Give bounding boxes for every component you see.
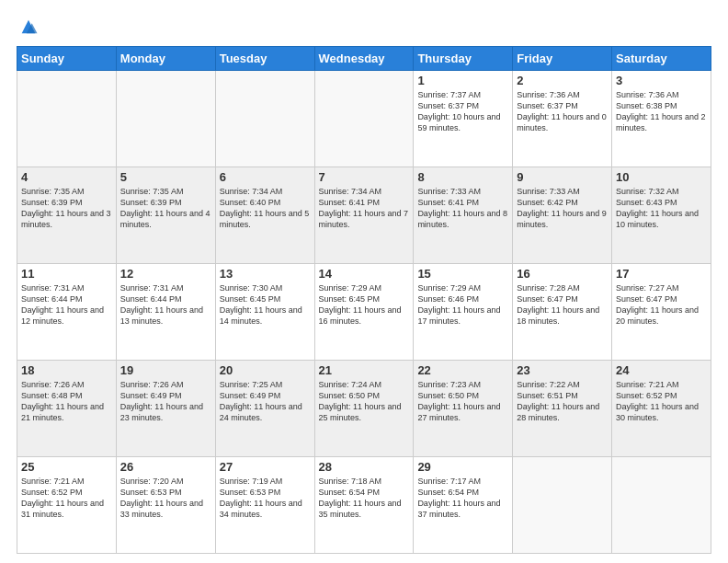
calendar-cell: 11Sunrise: 7:31 AM Sunset: 6:44 PM Dayli… xyxy=(17,264,117,361)
calendar-cell: 29Sunrise: 7:17 AM Sunset: 6:54 PM Dayli… xyxy=(414,457,513,554)
week-row: 25Sunrise: 7:21 AM Sunset: 6:52 PM Dayli… xyxy=(17,457,711,554)
day-number: 3 xyxy=(616,74,707,87)
day-number: 20 xyxy=(220,363,311,377)
day-info: Sunrise: 7:29 AM Sunset: 6:46 PM Dayligh… xyxy=(417,282,508,327)
day-number: 18 xyxy=(21,363,112,377)
day-number: 16 xyxy=(517,267,608,281)
day-info: Sunrise: 7:36 AM Sunset: 6:37 PM Dayligh… xyxy=(517,89,608,134)
header xyxy=(17,17,711,37)
calendar-cell: 23Sunrise: 7:22 AM Sunset: 6:51 PM Dayli… xyxy=(513,361,612,457)
day-number: 19 xyxy=(120,363,211,377)
day-number: 8 xyxy=(417,170,508,184)
page: SundayMondayTuesdayWednesdayThursdayFrid… xyxy=(0,0,728,563)
day-info: Sunrise: 7:31 AM Sunset: 6:44 PM Dayligh… xyxy=(21,282,112,327)
calendar-cell: 18Sunrise: 7:26 AM Sunset: 6:48 PM Dayli… xyxy=(17,361,117,457)
day-info: Sunrise: 7:30 AM Sunset: 6:45 PM Dayligh… xyxy=(220,282,311,327)
day-info: Sunrise: 7:27 AM Sunset: 6:47 PM Dayligh… xyxy=(616,282,707,327)
day-info: Sunrise: 7:24 AM Sunset: 6:50 PM Dayligh… xyxy=(319,379,410,424)
day-info: Sunrise: 7:17 AM Sunset: 6:54 PM Dayligh… xyxy=(417,476,508,521)
day-info: Sunrise: 7:28 AM Sunset: 6:47 PM Dayligh… xyxy=(517,282,608,327)
calendar-cell: 25Sunrise: 7:21 AM Sunset: 6:52 PM Dayli… xyxy=(17,457,117,554)
calendar-cell: 20Sunrise: 7:25 AM Sunset: 6:49 PM Dayli… xyxy=(215,361,314,457)
day-number: 2 xyxy=(517,74,608,87)
day-info: Sunrise: 7:29 AM Sunset: 6:45 PM Dayligh… xyxy=(319,282,410,327)
day-number: 11 xyxy=(21,267,112,281)
day-info: Sunrise: 7:31 AM Sunset: 6:44 PM Dayligh… xyxy=(120,282,211,327)
calendar-cell xyxy=(215,71,314,167)
day-info: Sunrise: 7:33 AM Sunset: 6:42 PM Dayligh… xyxy=(517,186,608,231)
day-number: 21 xyxy=(319,363,410,377)
header-row: SundayMondayTuesdayWednesdayThursdayFrid… xyxy=(17,47,711,71)
day-info: Sunrise: 7:35 AM Sunset: 6:39 PM Dayligh… xyxy=(21,186,112,231)
calendar-cell: 22Sunrise: 7:23 AM Sunset: 6:50 PM Dayli… xyxy=(414,361,513,457)
calendar-cell: 19Sunrise: 7:26 AM Sunset: 6:49 PM Dayli… xyxy=(116,361,215,457)
day-number: 24 xyxy=(616,363,707,377)
col-header-monday: Monday xyxy=(116,47,215,71)
day-info: Sunrise: 7:32 AM Sunset: 6:43 PM Dayligh… xyxy=(616,186,707,231)
calendar-cell: 14Sunrise: 7:29 AM Sunset: 6:45 PM Dayli… xyxy=(314,264,414,361)
day-info: Sunrise: 7:23 AM Sunset: 6:50 PM Dayligh… xyxy=(417,379,508,424)
day-info: Sunrise: 7:34 AM Sunset: 6:40 PM Dayligh… xyxy=(220,186,311,231)
col-header-tuesday: Tuesday xyxy=(215,47,314,71)
day-number: 7 xyxy=(319,170,410,184)
day-info: Sunrise: 7:18 AM Sunset: 6:54 PM Dayligh… xyxy=(319,476,410,521)
day-number: 10 xyxy=(616,170,707,184)
day-number: 27 xyxy=(220,460,311,474)
col-header-wednesday: Wednesday xyxy=(314,47,414,71)
calendar-cell: 1Sunrise: 7:37 AM Sunset: 6:37 PM Daylig… xyxy=(414,71,513,167)
day-info: Sunrise: 7:21 AM Sunset: 6:52 PM Dayligh… xyxy=(616,379,707,424)
calendar-cell: 7Sunrise: 7:34 AM Sunset: 6:41 PM Daylig… xyxy=(314,167,414,264)
calendar-cell: 24Sunrise: 7:21 AM Sunset: 6:52 PM Dayli… xyxy=(612,361,711,457)
calendar-cell xyxy=(116,71,215,167)
calendar-cell: 16Sunrise: 7:28 AM Sunset: 6:47 PM Dayli… xyxy=(513,264,612,361)
day-info: Sunrise: 7:19 AM Sunset: 6:53 PM Dayligh… xyxy=(220,476,311,521)
calendar-cell: 12Sunrise: 7:31 AM Sunset: 6:44 PM Dayli… xyxy=(116,264,215,361)
calendar-cell: 28Sunrise: 7:18 AM Sunset: 6:54 PM Dayli… xyxy=(314,457,414,554)
logo-icon xyxy=(18,17,39,37)
calendar-cell xyxy=(17,71,117,167)
day-number: 17 xyxy=(616,267,707,281)
day-info: Sunrise: 7:34 AM Sunset: 6:41 PM Dayligh… xyxy=(319,186,410,231)
day-number: 22 xyxy=(417,363,508,377)
day-info: Sunrise: 7:26 AM Sunset: 6:49 PM Dayligh… xyxy=(120,379,211,424)
day-number: 23 xyxy=(517,363,608,377)
calendar-cell xyxy=(513,457,612,554)
week-row: 4Sunrise: 7:35 AM Sunset: 6:39 PM Daylig… xyxy=(17,167,711,264)
day-number: 15 xyxy=(417,267,508,281)
col-header-saturday: Saturday xyxy=(612,47,711,71)
week-row: 11Sunrise: 7:31 AM Sunset: 6:44 PM Dayli… xyxy=(17,264,711,361)
day-info: Sunrise: 7:26 AM Sunset: 6:48 PM Dayligh… xyxy=(21,379,112,424)
col-header-sunday: Sunday xyxy=(17,47,117,71)
calendar-cell: 9Sunrise: 7:33 AM Sunset: 6:42 PM Daylig… xyxy=(513,167,612,264)
calendar-cell: 10Sunrise: 7:32 AM Sunset: 6:43 PM Dayli… xyxy=(612,167,711,264)
day-info: Sunrise: 7:21 AM Sunset: 6:52 PM Dayligh… xyxy=(21,476,112,521)
day-info: Sunrise: 7:36 AM Sunset: 6:38 PM Dayligh… xyxy=(616,89,707,134)
day-info: Sunrise: 7:25 AM Sunset: 6:49 PM Dayligh… xyxy=(220,379,311,424)
col-header-friday: Friday xyxy=(513,47,612,71)
calendar-cell: 5Sunrise: 7:35 AM Sunset: 6:39 PM Daylig… xyxy=(116,167,215,264)
day-info: Sunrise: 7:33 AM Sunset: 6:41 PM Dayligh… xyxy=(417,186,508,231)
calendar-cell: 15Sunrise: 7:29 AM Sunset: 6:46 PM Dayli… xyxy=(414,264,513,361)
calendar-cell: 21Sunrise: 7:24 AM Sunset: 6:50 PM Dayli… xyxy=(314,361,414,457)
day-number: 29 xyxy=(417,460,508,474)
day-info: Sunrise: 7:35 AM Sunset: 6:39 PM Dayligh… xyxy=(120,186,211,231)
logo xyxy=(17,17,39,37)
week-row: 1Sunrise: 7:37 AM Sunset: 6:37 PM Daylig… xyxy=(17,71,711,167)
day-info: Sunrise: 7:37 AM Sunset: 6:37 PM Dayligh… xyxy=(417,89,508,134)
day-number: 25 xyxy=(21,460,112,474)
day-number: 6 xyxy=(220,170,311,184)
day-number: 1 xyxy=(417,74,508,87)
day-info: Sunrise: 7:20 AM Sunset: 6:53 PM Dayligh… xyxy=(120,476,211,521)
calendar-cell: 4Sunrise: 7:35 AM Sunset: 6:39 PM Daylig… xyxy=(17,167,117,264)
day-number: 28 xyxy=(319,460,410,474)
day-number: 5 xyxy=(120,170,211,184)
day-info: Sunrise: 7:22 AM Sunset: 6:51 PM Dayligh… xyxy=(517,379,608,424)
calendar-cell: 27Sunrise: 7:19 AM Sunset: 6:53 PM Dayli… xyxy=(215,457,314,554)
calendar-cell: 13Sunrise: 7:30 AM Sunset: 6:45 PM Dayli… xyxy=(215,264,314,361)
calendar-cell xyxy=(612,457,711,554)
calendar-cell: 17Sunrise: 7:27 AM Sunset: 6:47 PM Dayli… xyxy=(612,264,711,361)
day-number: 13 xyxy=(220,267,311,281)
calendar-cell: 3Sunrise: 7:36 AM Sunset: 6:38 PM Daylig… xyxy=(612,71,711,167)
calendar-table: SundayMondayTuesdayWednesdayThursdayFrid… xyxy=(17,46,711,554)
calendar-cell: 8Sunrise: 7:33 AM Sunset: 6:41 PM Daylig… xyxy=(414,167,513,264)
